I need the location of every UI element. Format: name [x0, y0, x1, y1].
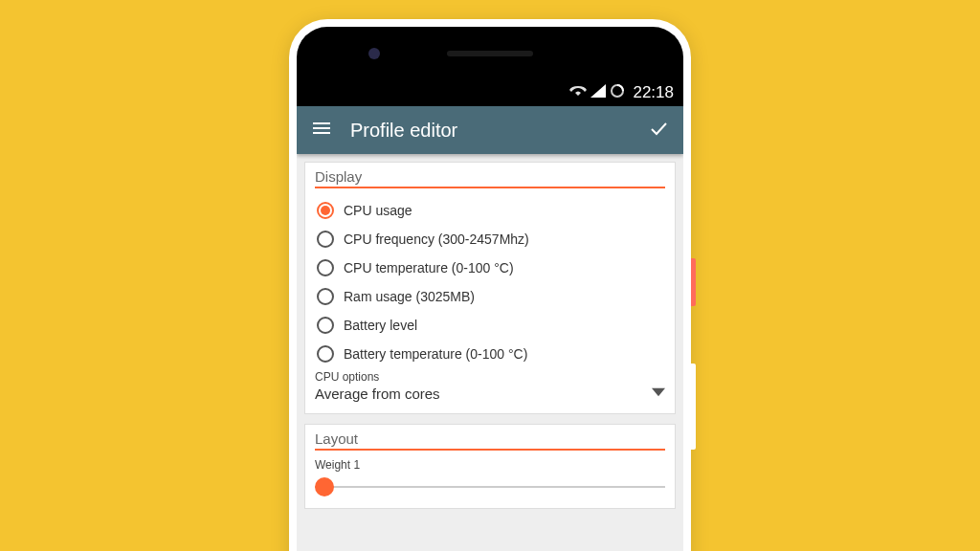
radio-button[interactable] — [317, 317, 334, 334]
display-options-list: CPU usageCPU frequency (300-2457Mhz)CPU … — [315, 196, 665, 368]
menu-icon[interactable] — [310, 117, 333, 143]
app-bar: Profile editor — [297, 106, 683, 154]
radio-button[interactable] — [317, 231, 334, 248]
radio-button[interactable] — [317, 259, 334, 276]
content-area: Display CPU usageCPU frequency (300-2457… — [297, 154, 683, 551]
page-title: Profile editor — [350, 120, 630, 142]
clock: 22:18 — [633, 83, 674, 102]
weight-label: Weight 1 — [315, 458, 665, 472]
radio-label: CPU frequency (300-2457Mhz) — [344, 231, 529, 247]
confirm-button[interactable] — [647, 117, 670, 143]
speaker-area — [297, 27, 683, 79]
status-bar: 22:18 — [297, 79, 683, 106]
radio-label: Battery temperature (0-100 °C) — [344, 346, 527, 362]
volume-button — [691, 364, 696, 450]
wifi-icon — [569, 84, 587, 101]
radio-label: CPU temperature (0-100 °C) — [344, 260, 514, 276]
cpu-options-value: Average from cores — [315, 386, 440, 402]
phone-frame: 22:18 Profile editor Display CPU usageCP… — [289, 19, 691, 551]
weight-slider[interactable] — [315, 475, 665, 498]
layout-section-title: Layout — [315, 430, 665, 451]
layout-card: Layout Weight 1 — [304, 424, 676, 509]
cpu-options-label: CPU options — [315, 370, 665, 384]
loading-icon — [610, 83, 625, 102]
slider-track — [315, 486, 665, 488]
display-section-title: Display — [315, 168, 665, 188]
power-button — [691, 258, 696, 306]
display-option-row[interactable]: Ram usage (3025MB) — [315, 282, 665, 311]
display-option-row[interactable]: Battery temperature (0-100 °C) — [315, 340, 665, 368]
slider-thumb[interactable] — [315, 477, 334, 496]
front-camera — [368, 48, 380, 59]
dropdown-arrow-icon — [652, 386, 665, 402]
display-card: Display CPU usageCPU frequency (300-2457… — [304, 162, 676, 414]
radio-button[interactable] — [317, 345, 334, 363]
radio-label: CPU usage — [344, 203, 412, 218]
display-option-row[interactable]: CPU frequency (300-2457Mhz) — [315, 225, 665, 253]
display-option-row[interactable]: CPU temperature (0-100 °C) — [315, 253, 665, 282]
display-option-row[interactable]: Battery level — [315, 311, 665, 340]
radio-label: Ram usage (3025MB) — [344, 289, 475, 304]
radio-button[interactable] — [317, 288, 334, 305]
radio-label: Battery level — [344, 318, 417, 333]
radio-button[interactable] — [317, 202, 334, 219]
phone-inner: 22:18 Profile editor Display CPU usageCP… — [297, 27, 683, 551]
cpu-options-dropdown[interactable]: Average from cores — [315, 384, 665, 404]
display-option-row[interactable]: CPU usage — [315, 196, 665, 225]
signal-icon — [590, 84, 606, 101]
speaker-grille — [447, 51, 533, 56]
